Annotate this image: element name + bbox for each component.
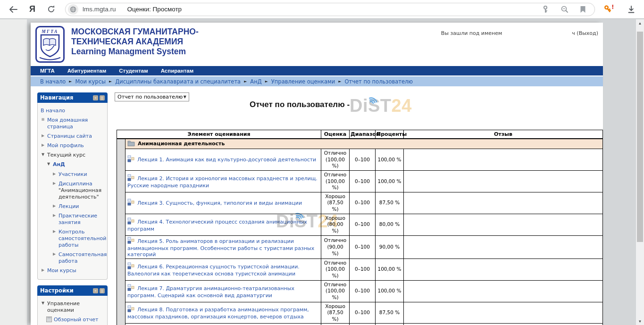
dock-block-icon[interactable]: ▯ xyxy=(100,288,105,293)
grade-cell: Хорошо(87,50 %) xyxy=(321,192,350,214)
breadcrumb-item[interactable]: В начало xyxy=(40,78,66,85)
nav-item-1[interactable]: МГТА xyxy=(40,68,55,74)
page-heading: Отчет по пользователю - xyxy=(163,100,436,109)
percent-cell: 100,00 % xyxy=(376,258,404,280)
sidebar-link[interactable]: АнД xyxy=(53,161,65,168)
grade-cell: Отлично(100,00 %) xyxy=(321,258,350,280)
browser-scrollbar[interactable]: ▲ ▼ xyxy=(636,19,644,325)
login-info: Вы зашли под именемч (Выход) xyxy=(441,30,598,36)
lesson-icon xyxy=(127,262,134,271)
site-frame: МГТА МОСКОВСКАЯ ГУМАНИТАРНО- ТЕХНИЧЕСКАЯ… xyxy=(31,23,603,325)
tree-collapsed-icon[interactable]: ▶ xyxy=(41,142,45,149)
category-row: Анимационная деятельность xyxy=(117,139,603,149)
range-cell: 0–100 xyxy=(350,192,376,214)
address-bar[interactable]: lms.mgta.ru Оценки: Просмотр xyxy=(65,3,595,16)
indent-gutter xyxy=(117,258,125,280)
refresh-icon[interactable] xyxy=(47,5,56,14)
globe-icon xyxy=(68,4,78,15)
download-icon[interactable] xyxy=(627,5,636,14)
sidebar-link[interactable]: Самостоятельная работа xyxy=(59,251,107,265)
sidebar-link[interactable]: Лекции xyxy=(59,203,79,210)
url-text[interactable]: lms.mgta.ru xyxy=(83,6,116,13)
tree-collapsed-icon[interactable]: ▶ xyxy=(52,181,57,200)
tree-collapsed-icon[interactable]: ▶ xyxy=(52,251,57,265)
sidebar-label: Управление оценками xyxy=(47,300,104,314)
tree-collapsed-icon[interactable]: ▶ xyxy=(41,267,45,274)
sidebar-item: В начало xyxy=(40,106,105,116)
indent-gutter xyxy=(117,280,125,302)
password-alert-icon[interactable]: ! xyxy=(603,4,615,14)
indent-gutter xyxy=(117,302,125,324)
grade-item-cell: Лекция 7. Драматургия анимационно-театра… xyxy=(125,280,321,302)
tree-collapsed-icon[interactable]: ▶ xyxy=(52,229,57,249)
percent-cell: 80,00 % xyxy=(376,214,404,235)
scroll-down-arrow-icon[interactable]: ▼ xyxy=(636,319,644,324)
sidebar-link[interactable]: В начало xyxy=(41,108,65,114)
tree-expanded-icon[interactable]: ▼ xyxy=(41,300,45,314)
grade-item-link[interactable]: Лекция 4. Технологический процесс создан… xyxy=(127,219,307,232)
breadcrumb-separator-icon: ► xyxy=(69,79,72,83)
scrollbar-thumb[interactable] xyxy=(637,32,643,242)
tree-collapsed-icon[interactable]: ▶ xyxy=(41,133,45,140)
sidebar-link[interactable]: Дисциплина "Анимационная деятельность" xyxy=(59,181,104,200)
feedback-cell xyxy=(404,192,603,214)
dock-block-icon[interactable]: ▯ xyxy=(100,95,105,100)
collapse-block-icon[interactable]: – xyxy=(93,288,98,293)
bookmark-icon[interactable] xyxy=(580,6,586,13)
nav-item-3[interactable]: Студентам xyxy=(119,68,148,74)
range-cell: 0–100 xyxy=(350,170,376,192)
range-cell: 0–100 xyxy=(350,235,376,258)
grade-item-link[interactable]: Лекция 2. История и хронология массовых … xyxy=(127,175,318,189)
grade-item-link[interactable]: Лекция 1. Анимация как вид культурно-дос… xyxy=(137,157,316,163)
range-cell: 0–100 xyxy=(350,302,376,324)
indent-gutter xyxy=(117,149,125,171)
indent-gutter xyxy=(117,214,125,235)
breadcrumb-item[interactable]: Отчет по пользователю xyxy=(344,78,413,85)
table-row: Лекция 7. Драматургия анимационно-театра… xyxy=(117,280,603,302)
sidebar-link[interactable]: Участники xyxy=(59,171,87,178)
breadcrumb-separator-icon: ► xyxy=(265,79,268,83)
sidebar-link[interactable]: Контроль самостоятельной работы xyxy=(59,229,106,249)
grade-item-cell: Лекция 3. Сущность, функция, типология и… xyxy=(125,192,321,214)
grade-item-link[interactable]: Лекция 3. Сущность, функция, типология и… xyxy=(137,200,302,206)
collapse-block-icon[interactable]: – xyxy=(93,95,98,100)
grade-item-link[interactable]: Лекция 5. Роль аниматоров в организации … xyxy=(127,238,314,258)
sidebar-item: ▶Дисциплина "Анимационная деятельность" xyxy=(51,179,105,202)
scroll-up-arrow-icon[interactable]: ▲ xyxy=(636,21,644,25)
sidebar-label: Текущий курс xyxy=(47,152,85,158)
grade-item-link[interactable]: Лекция 6. Рекреационная сущность туристс… xyxy=(127,264,300,277)
lesson-icon xyxy=(127,305,134,314)
back-icon[interactable] xyxy=(8,5,18,14)
grade-item-link[interactable]: Лекция 8. Подготовка и разработка анимац… xyxy=(127,307,309,320)
lesson-icon xyxy=(127,217,134,226)
sidebar-link[interactable]: Мои курсы xyxy=(47,267,76,274)
logout-link[interactable]: ч (Выход) xyxy=(572,30,598,36)
report-icon xyxy=(46,317,52,324)
yandex-logo[interactable]: Я xyxy=(29,4,35,14)
tree-collapsed-icon[interactable]: ▶ xyxy=(52,171,57,178)
breadcrumb-item[interactable]: Управление оценками xyxy=(271,78,335,85)
nav-item-2[interactable]: Абитуриентам xyxy=(67,68,106,74)
tree-collapsed-icon[interactable]: ▶ xyxy=(52,213,57,226)
tree-collapsed-icon[interactable]: ▶ xyxy=(52,203,57,210)
percent-cell: 100,00 % xyxy=(376,280,404,302)
tree-expanded-icon[interactable]: ▼ xyxy=(46,161,51,168)
grade-item-link[interactable]: Лекция 7. Драматургия анимационно-театра… xyxy=(127,285,294,299)
sidebar-item: ▶Практические занятия xyxy=(51,211,105,227)
breadcrumb-item[interactable]: Мои курсы xyxy=(75,78,106,85)
breadcrumb-item[interactable]: Дисциплины бакалавриата и специалитета xyxy=(115,78,241,85)
grade-cell: Отлично(90,00 %) xyxy=(321,235,350,258)
sidebar-link[interactable]: Страницы сайта xyxy=(47,133,92,140)
grade-cell: Отлично(100,00 %) xyxy=(321,149,350,171)
key-icon[interactable] xyxy=(542,5,549,13)
grade-cell: Отлично(100,00 %) xyxy=(321,170,350,192)
sidebar-link[interactable]: Мой профиль xyxy=(47,142,84,149)
sidebar-link[interactable]: Моя домашняя страница xyxy=(47,117,104,130)
breadcrumb-item[interactable]: АнД xyxy=(250,78,261,85)
tree-expanded-icon[interactable]: ▼ xyxy=(41,152,45,158)
find-icon[interactable] xyxy=(560,5,569,13)
sidebar-link[interactable]: Обзорный отчет xyxy=(54,317,98,324)
percent-cell: 100,00 % xyxy=(376,170,404,192)
sidebar-link[interactable]: Практические занятия xyxy=(59,213,104,226)
nav-item-4[interactable]: Аспирантам xyxy=(161,68,193,74)
